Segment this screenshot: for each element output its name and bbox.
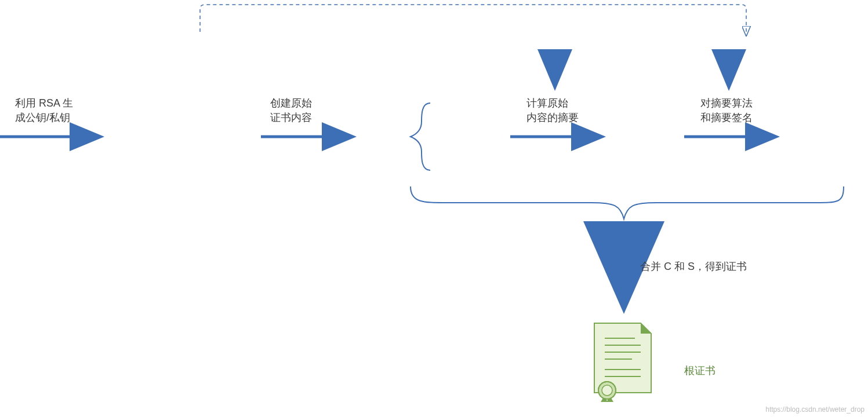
brace-bottom xyxy=(411,186,844,219)
label-root-cert: 根证书 xyxy=(684,364,716,378)
arrow-dashed-feedback xyxy=(200,5,746,35)
watermark: https://blog.csdn.net/weter_drop xyxy=(765,405,865,414)
label-step4: 对摘要算法 和摘要签名 xyxy=(700,96,753,125)
certificate-icon xyxy=(594,323,651,402)
diagram-canvas xyxy=(0,0,868,417)
label-step2: 创建原始 证书内容 xyxy=(270,96,312,125)
label-step1: 利用 RSA 生 成公钥/私钥 xyxy=(15,96,73,125)
label-merge: 合并 C 和 S，得到证书 xyxy=(640,259,747,274)
svg-point-13 xyxy=(602,385,612,396)
brace-left xyxy=(411,103,430,170)
label-step3: 计算原始 内容的摘要 xyxy=(526,96,579,125)
